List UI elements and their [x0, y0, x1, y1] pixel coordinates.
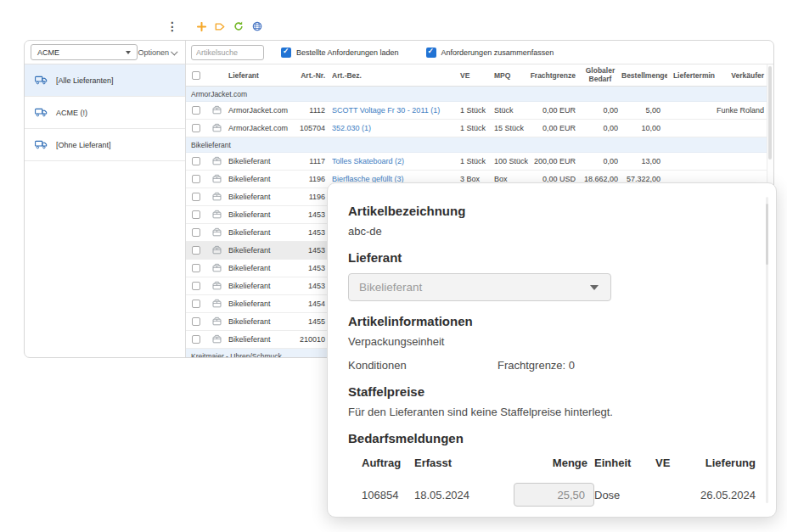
- cell-globaler-bedarf: 0,00: [579, 157, 621, 165]
- package-icon[interactable]: [212, 245, 222, 256]
- cell-lieferant: Bikelieferant: [227, 228, 300, 237]
- col-header-frachtgrenze[interactable]: Frachtgrenze: [530, 71, 579, 80]
- sidebar-item[interactable]: ACME (!): [25, 97, 185, 129]
- row-checkbox[interactable]: [192, 317, 200, 326]
- globe-icon[interactable]: [250, 19, 265, 34]
- row-checkbox-cell: [186, 282, 206, 290]
- bedarfs-table-body: 10685418.05.2024Dose26.05.2024: [348, 483, 756, 507]
- supplier-select-value: ACME: [37, 48, 59, 57]
- table-row[interactable]: ArmorJacket.com1112SCOTT Voltage Fr 30 -…: [186, 102, 767, 120]
- table-row[interactable]: Bikelieferant1117Tolles Skateboard (2)1 …: [186, 153, 767, 171]
- refresh-icon[interactable]: [231, 19, 246, 34]
- col-header-bestellmenge[interactable]: Bestellmenge: [621, 71, 667, 80]
- lieferant-select[interactable]: Bikelieferant: [348, 273, 611, 301]
- row-checkbox[interactable]: [192, 124, 200, 132]
- article-search-input[interactable]: [191, 45, 264, 60]
- package-icon[interactable]: [212, 192, 222, 203]
- row-checkbox[interactable]: [192, 300, 200, 308]
- truck-icon: [35, 108, 48, 117]
- col-header-lieferant[interactable]: Lieferant: [227, 71, 300, 80]
- col-header-liefertermin[interactable]: Liefertermin: [667, 71, 715, 80]
- cell-artbez: SCOTT Voltage Fr 30 - 2011 (1): [332, 106, 458, 115]
- cell-lieferant: Bikelieferant: [227, 246, 300, 255]
- cell-verkaeufer: Funke Roland: [715, 106, 767, 115]
- frachtgrenze-value: Frachtgrenze: 0: [497, 359, 575, 372]
- article-link[interactable]: Tolles Skateboard (2): [332, 157, 404, 165]
- table-row[interactable]: ArmorJacket.com105704352.030 (1)1 Stück1…: [186, 120, 767, 137]
- dialog-scrollbar[interactable]: [766, 197, 768, 503]
- col-header-mpq[interactable]: MPQ: [492, 71, 530, 80]
- article-link[interactable]: SCOTT Voltage Fr 30 - 2011 (1): [332, 106, 440, 115]
- col-header-artbez[interactable]: Art.-Bez.: [332, 71, 458, 80]
- article-detail-dialog: Artikelbezeichnung abc-de Lieferant Bike…: [327, 182, 777, 518]
- row-article-icon-cell: [206, 281, 227, 292]
- cell-ve: 1 Stück: [458, 157, 492, 165]
- col-header-verkaeufer[interactable]: Verkäufer: [715, 71, 767, 80]
- row-checkbox[interactable]: [192, 106, 200, 115]
- sidebar-item[interactable]: [Ohne Lieferant]: [25, 129, 185, 161]
- row-checkbox[interactable]: [192, 193, 200, 201]
- cell-lieferant: Bikelieferant: [227, 317, 300, 326]
- cell-frachtgrenze: 0,00 EUR: [530, 106, 579, 115]
- col-header-artnr[interactable]: Art.-Nr.: [300, 71, 332, 80]
- row-checkbox[interactable]: [192, 175, 200, 183]
- row-checkbox[interactable]: [192, 228, 200, 237]
- cell-artnr: 105704: [300, 124, 332, 132]
- package-icon[interactable]: [212, 281, 222, 292]
- group-header[interactable]: Bikelieferant: [186, 137, 767, 153]
- cell-ve: 1 Stück: [458, 124, 492, 132]
- package-icon[interactable]: [212, 105, 222, 116]
- row-checkbox[interactable]: [192, 335, 200, 344]
- row-checkbox[interactable]: [192, 282, 200, 290]
- tag-icon[interactable]: [212, 19, 228, 34]
- row-checkbox-cell: [186, 210, 206, 219]
- add-icon[interactable]: [194, 19, 209, 34]
- dialog-scrollbar-thumb[interactable]: [766, 204, 768, 265]
- package-icon[interactable]: [212, 156, 222, 167]
- cell-bestellmenge: 10,00: [621, 124, 667, 132]
- package-icon[interactable]: [212, 227, 222, 238]
- cell-globaler-bedarf: 0,00: [579, 124, 621, 132]
- checkbox-checked-icon[interactable]: [281, 48, 291, 58]
- options-button[interactable]: Optionen: [138, 48, 179, 57]
- merge-checkbox-group[interactable]: Anforderungen zusammenfassen: [426, 48, 554, 58]
- package-icon[interactable]: [212, 299, 222, 310]
- package-icon[interactable]: [212, 334, 222, 345]
- package-icon[interactable]: [212, 123, 222, 134]
- group-header[interactable]: ArmorJacket.com: [186, 87, 767, 102]
- row-checkbox-cell: [186, 300, 206, 308]
- load-ordered-checkbox-group[interactable]: Bestellte Anforderungen laden: [281, 48, 399, 58]
- cell-lieferant: Bikelieferant: [227, 157, 300, 165]
- package-icon[interactable]: [212, 174, 222, 185]
- package-icon[interactable]: [212, 316, 222, 328]
- checkbox-checked-icon[interactable]: [426, 48, 436, 58]
- row-checkbox-cell: [186, 246, 206, 255]
- col-header-globaler-bedarf[interactable]: Globaler Bedarf: [579, 67, 621, 84]
- col-header-ve[interactable]: VE: [458, 71, 492, 80]
- truck-icon: [35, 140, 48, 149]
- staffelpreise-heading: Staffelpreise: [348, 384, 756, 399]
- menge-input[interactable]: [514, 483, 594, 507]
- artikelinformationen-heading: Artikelinformationen: [348, 314, 756, 328]
- row-checkbox[interactable]: [192, 264, 200, 272]
- row-checkbox[interactable]: [192, 157, 200, 165]
- scrollbar-thumb[interactable]: [768, 66, 772, 160]
- lieferant-heading: Lieferant: [348, 250, 756, 265]
- bm-auftrag: 106854: [362, 489, 414, 501]
- row-article-icon-cell: [206, 156, 227, 167]
- row-article-icon-cell: [206, 227, 227, 238]
- row-checkbox[interactable]: [192, 210, 200, 219]
- select-all-checkbox[interactable]: [192, 71, 200, 80]
- cell-artnr: 1112: [300, 106, 332, 115]
- row-article-icon-cell: [206, 245, 227, 256]
- kebab-menu-icon[interactable]: ⋮: [166, 17, 178, 36]
- bm-col-lieferung: Lieferung: [691, 456, 756, 469]
- supplier-select[interactable]: ACME: [31, 44, 138, 60]
- article-link[interactable]: 352.030 (1): [332, 124, 371, 132]
- package-icon[interactable]: [212, 263, 222, 274]
- row-article-icon-cell: [206, 334, 227, 345]
- package-icon[interactable]: [212, 210, 222, 221]
- row-checkbox[interactable]: [192, 246, 200, 255]
- sidebar-item[interactable]: [Alle Lieferanten]: [25, 64, 185, 97]
- row-checkbox-cell: [186, 175, 206, 183]
